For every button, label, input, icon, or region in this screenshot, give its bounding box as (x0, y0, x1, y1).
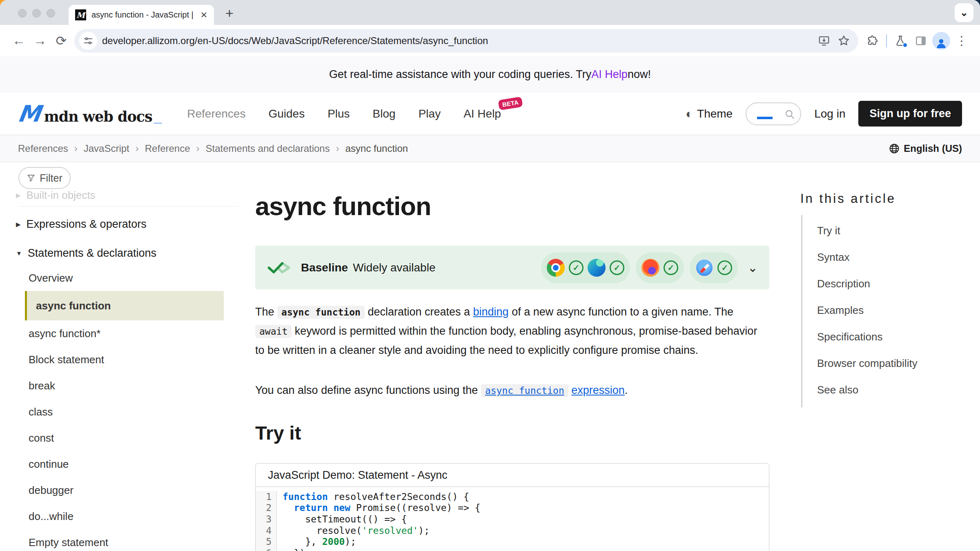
code-token: resolve( (283, 525, 362, 536)
sidebar-item-overview[interactable]: Overview (16, 265, 238, 291)
mdn-logo-underscore: _ (154, 109, 162, 125)
baseline-browser-support: ✓ ✓ ✓ ✓ ⌄ (541, 252, 758, 283)
search-icon[interactable] (784, 109, 795, 120)
experiments-flask-icon[interactable] (890, 31, 911, 51)
sidebar-item-continue[interactable]: continue (16, 451, 238, 477)
code-editor[interactable]: 1 function resolveAfter2Seconds() { 2 re… (256, 487, 769, 551)
extensions-icon[interactable] (862, 31, 883, 51)
sidebar-item-class[interactable]: class (16, 399, 238, 425)
side-panel-icon[interactable] (911, 31, 931, 51)
sidebar-section-expressions[interactable]: ▶ Expressions & operators (16, 218, 147, 231)
sidebar-section-statements[interactable]: ▼ Statements & declarations (16, 247, 156, 260)
browser-menu-icon[interactable]: ⋮ (951, 31, 972, 51)
address-bar[interactable]: developer.allizom.org/en-US/docs/Web/Jav… (74, 29, 858, 53)
line-number: 4 (256, 525, 277, 536)
signup-button[interactable]: Sign up for free (858, 101, 962, 127)
ai-help-banner-link[interactable]: AI Help (591, 68, 628, 81)
sidebar-item-do-while[interactable]: do...while (16, 503, 238, 529)
browser-tab[interactable]: M async function - JavaScript | ✕ (69, 5, 214, 25)
tab-close-icon[interactable]: ✕ (198, 10, 207, 20)
url-text[interactable]: developer.allizom.org/en-US/docs/Web/Jav… (102, 35, 814, 47)
code-token (283, 502, 294, 513)
profile-avatar[interactable] (931, 31, 951, 51)
breadcrumb-reference[interactable]: Reference (145, 143, 190, 154)
nav-plus[interactable]: Plus (327, 107, 350, 120)
code-line: 5 }, 2000); (256, 536, 769, 547)
avatar-circle (932, 32, 950, 50)
code-token: 2000 (322, 536, 345, 547)
sidebar-item-debugger[interactable]: debugger (16, 477, 238, 503)
tab-search-button[interactable]: ⌄ (955, 3, 973, 22)
breadcrumb-separator: › (74, 143, 78, 154)
edge-icon (588, 259, 606, 277)
sidebar-item-empty-statement[interactable]: Empty statement (16, 529, 238, 551)
zoom-window-button[interactable] (47, 9, 55, 18)
filter-label: Filter (40, 172, 62, 184)
baseline-label: Baseline (301, 261, 348, 274)
bookmark-star-icon[interactable] (834, 31, 853, 51)
traffic-lights (18, 9, 55, 18)
code-line: 6 }); (256, 547, 769, 551)
text: The (255, 306, 277, 318)
search-input[interactable] (746, 102, 801, 125)
tab-strip: M async function - JavaScript | ✕ + ⌄ (0, 0, 980, 25)
check-icon: ✓ (569, 260, 584, 275)
nav-ai-help[interactable]: AI Help BETA (463, 107, 501, 120)
nav-references[interactable]: References (187, 107, 245, 120)
baseline-expand-icon[interactable]: ⌄ (748, 260, 758, 275)
toc-item-try-it[interactable]: Try it (817, 218, 918, 244)
breadcrumb-separator: › (136, 143, 139, 154)
page-title: async function (255, 191, 431, 221)
sidebar-item-list: Overview async function async function* … (16, 265, 238, 551)
reload-icon[interactable]: ⟳ (51, 30, 72, 51)
theme-switcher[interactable]: ◐ Theme (686, 107, 733, 121)
breadcrumb-javascript[interactable]: JavaScript (84, 143, 129, 154)
sidebar-item-break[interactable]: break (16, 373, 238, 399)
sidebar-item-async-function-star[interactable]: async function* (16, 320, 238, 347)
code-line: 1 function resolveAfter2Seconds() { (256, 491, 769, 502)
toc-item-specifications[interactable]: Specifications (817, 324, 918, 350)
nav-play[interactable]: Play (419, 107, 441, 120)
mdn-favicon: M (75, 9, 86, 20)
sidebar-item-const[interactable]: const (16, 425, 238, 451)
expression-link[interactable]: expression (571, 384, 625, 396)
code-token: }); (283, 548, 311, 551)
language-label: English (US) (904, 143, 962, 154)
sidebar-item-async-function[interactable]: async function (25, 291, 224, 320)
install-app-icon[interactable] (814, 31, 834, 51)
theme-label: Theme (697, 107, 733, 120)
mdn-header: M mdn web docs _ References Guides Plus … (0, 93, 980, 135)
forward-icon[interactable]: → (29, 30, 51, 51)
nav-blog[interactable]: Blog (373, 107, 396, 120)
toc-item-browser-compatibility[interactable]: Browser compatibility (817, 350, 918, 377)
site-info-icon[interactable] (79, 32, 97, 50)
back-icon[interactable]: ← (8, 30, 29, 51)
chrome-icon (547, 259, 565, 277)
filter-icon (27, 173, 36, 182)
breadcrumb-statements[interactable]: Statements and declarations (206, 143, 330, 154)
toc-item-description[interactable]: Description (817, 271, 918, 297)
login-link[interactable]: Log in (814, 107, 845, 120)
language-switcher[interactable]: English (US) (889, 143, 962, 154)
mdn-logo[interactable]: M mdn web docs _ (18, 102, 162, 125)
inline-code-async-function: async function (277, 306, 365, 319)
binding-link[interactable]: binding (473, 306, 509, 318)
close-window-button[interactable] (18, 9, 27, 18)
toc-item-syntax[interactable]: Syntax (817, 244, 918, 271)
filter-button[interactable]: Filter (18, 167, 71, 189)
nav-guides[interactable]: Guides (268, 107, 305, 120)
sidebar-item-block-statement[interactable]: Block statement (16, 347, 238, 373)
code-token: Promise((resolve) => { (350, 502, 481, 513)
async-function-expression-code-link[interactable]: async function (481, 384, 568, 397)
firefox-icon (641, 259, 659, 277)
page-content: Filter ▶ Built-in objects ▶ Expressions … (0, 162, 980, 551)
baseline-banner[interactable]: Baseline Widely available ✓ ✓ ✓ (255, 246, 769, 289)
toc-item-see-also[interactable]: See also (817, 377, 918, 403)
new-tab-button[interactable]: + (225, 5, 234, 21)
sidebar-section-built-in-objects[interactable]: ▶ Built-in objects (16, 189, 96, 202)
breadcrumb-references[interactable]: References (18, 143, 68, 154)
minimize-window-button[interactable] (32, 9, 41, 18)
check-icon: ✓ (717, 260, 732, 275)
toc-item-examples[interactable]: Examples (817, 297, 918, 324)
line-number: 3 (256, 513, 277, 525)
